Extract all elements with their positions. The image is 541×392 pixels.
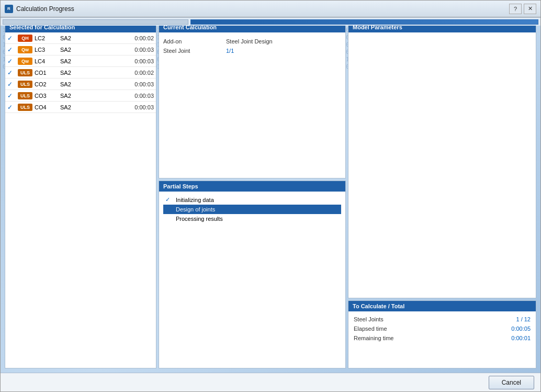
stats-panel-content: Steel Joints 1 / 12 Elapsed time 0:00:05… bbox=[348, 311, 536, 368]
stats-joints-value: 1 / 12 bbox=[516, 316, 531, 322]
time-co4: 0:00:03 bbox=[81, 104, 154, 110]
check-lc4: ✓ bbox=[7, 58, 16, 65]
stats-panel-header: To Calculate / Total bbox=[348, 301, 536, 311]
partial-steps-panel: Partial Steps ✓ Initializing data Design… bbox=[159, 181, 346, 368]
sa-co2: SA2 bbox=[60, 81, 78, 87]
calculation-progress-window: R Calculation Progress ? ✕ 1100000100101… bbox=[0, 0, 541, 392]
steel-joint-row: Steel Joint 1/1 bbox=[163, 46, 341, 55]
calc-row-lc2[interactable]: ✓ QH LC2 SA2 0:00:02 bbox=[5, 32, 156, 44]
badge-co2: ULS bbox=[18, 81, 32, 88]
name-lc3: LC3 bbox=[35, 47, 58, 53]
stats-remaining-label: Remaining time bbox=[354, 335, 511, 341]
close-button[interactable]: ✕ bbox=[524, 4, 536, 14]
left-panel: Selected for Calculation ✓ QH LC2 SA2 0:… bbox=[5, 21, 156, 368]
stats-content: Steel Joints 1 / 12 Elapsed time 0:00:05… bbox=[348, 311, 536, 346]
bottom-progress-bar bbox=[1, 17, 540, 26]
current-calc-panel: Current Calculation Add-on Steel Joint D… bbox=[159, 21, 346, 178]
right-column: Model Parameters To Calculate / Total St… bbox=[348, 21, 536, 368]
addon-value: Steel Joint Design bbox=[226, 38, 273, 44]
name-lc4: LC4 bbox=[35, 58, 58, 64]
sa-co4: SA2 bbox=[60, 104, 78, 110]
current-panel-content: Add-on Steel Joint Design Steel Joint 1/… bbox=[159, 32, 345, 178]
check-co3: ✓ bbox=[7, 92, 16, 99]
time-co2: 0:00:03 bbox=[81, 81, 154, 87]
model-params-panel: Model Parameters bbox=[348, 21, 536, 298]
sa-co1: SA2 bbox=[60, 70, 78, 76]
stats-elapsed-label: Elapsed time bbox=[354, 326, 511, 332]
calc-row-co2[interactable]: ✓ ULS CO2 SA2 0:00:03 bbox=[5, 79, 156, 90]
app-icon: R bbox=[5, 5, 13, 13]
check-co4: ✓ bbox=[7, 104, 16, 111]
partial-steps-list: ✓ Initializing data Design of joints Pro… bbox=[159, 192, 345, 227]
step-design: Design of joints bbox=[163, 205, 341, 214]
badge-co4: ULS bbox=[18, 104, 32, 111]
current-info-table: Add-on Steel Joint Design Steel Joint 1/… bbox=[159, 32, 345, 60]
badge-lc3: Qw bbox=[18, 46, 32, 53]
step-init-label: Initializing data bbox=[176, 197, 214, 203]
sa-lc3: SA2 bbox=[60, 47, 78, 53]
calc-row-co1[interactable]: ✓ ULS CO1 SA2 0:00:02 bbox=[5, 67, 156, 79]
bottom-progress-right bbox=[190, 19, 538, 25]
name-co3: CO3 bbox=[35, 93, 58, 99]
calc-row-lc3[interactable]: ✓ Qw LC3 SA2 0:00:03 bbox=[5, 44, 156, 55]
stats-steel-joints: Steel Joints 1 / 12 bbox=[354, 315, 531, 324]
time-lc2: 0:00:02 bbox=[81, 35, 154, 41]
stats-elapsed: Elapsed time 0:00:05 bbox=[354, 324, 531, 333]
badge-lc2: QH bbox=[18, 35, 32, 42]
calculation-list[interactable]: ✓ QH LC2 SA2 0:00:02 ✓ Qw LC3 SA2 0:00:0… bbox=[5, 32, 156, 368]
calc-row-lc4[interactable]: ✓ Qw LC4 SA2 0:00:03 bbox=[5, 55, 156, 67]
steel-joint-label: Steel Joint bbox=[163, 48, 226, 54]
help-button[interactable]: ? bbox=[509, 4, 522, 14]
step-process-label: Processing results bbox=[176, 216, 223, 222]
bottom-progress-left bbox=[3, 19, 188, 25]
badge-co3: ULS bbox=[18, 92, 32, 99]
main-content: 1100000100101010111010110001000111001010… bbox=[1, 17, 540, 373]
time-lc3: 0:00:03 bbox=[81, 47, 154, 53]
button-bar: Cancel bbox=[1, 373, 540, 391]
check-co2: ✓ bbox=[7, 81, 16, 88]
partial-panel-content: ✓ Initializing data Design of joints Pro… bbox=[159, 192, 345, 368]
window-title: Calculation Progress bbox=[16, 5, 509, 13]
step-process: Processing results bbox=[163, 214, 341, 223]
time-lc4: 0:00:03 bbox=[81, 58, 154, 64]
stats-remaining-value: 0:00:01 bbox=[511, 335, 531, 341]
title-bar: R Calculation Progress ? ✕ bbox=[1, 1, 540, 17]
name-lc2: LC2 bbox=[35, 35, 58, 41]
stats-panel: To Calculate / Total Steel Joints 1 / 12… bbox=[348, 300, 536, 368]
addon-row: Add-on Steel Joint Design bbox=[163, 37, 341, 46]
step-init: ✓ Initializing data bbox=[163, 195, 341, 205]
left-panel-content: ✓ QH LC2 SA2 0:00:02 ✓ Qw LC3 SA2 0:00:0… bbox=[5, 32, 156, 368]
steel-joint-value: 1/1 bbox=[226, 48, 234, 54]
name-co4: CO4 bbox=[35, 104, 58, 110]
stats-elapsed-value: 0:00:05 bbox=[511, 326, 531, 332]
sa-lc4: SA2 bbox=[60, 58, 78, 64]
cancel-button[interactable]: Cancel bbox=[489, 376, 534, 389]
step-init-check: ✓ bbox=[165, 196, 173, 203]
middle-column: Current Calculation Add-on Steel Joint D… bbox=[159, 21, 346, 368]
stats-joints-label: Steel Joints bbox=[354, 316, 516, 322]
name-co2: CO2 bbox=[35, 81, 58, 87]
title-buttons: ? ✕ bbox=[509, 4, 536, 14]
calc-row-co3[interactable]: ✓ ULS CO3 SA2 0:00:03 bbox=[5, 90, 156, 102]
calc-row-co4[interactable]: ✓ ULS CO4 SA2 0:00:03 bbox=[5, 102, 156, 113]
addon-label: Add-on bbox=[163, 38, 226, 44]
check-lc3: ✓ bbox=[7, 46, 16, 53]
panels-container: Selected for Calculation ✓ QH LC2 SA2 0:… bbox=[5, 21, 536, 368]
sa-co3: SA2 bbox=[60, 93, 78, 99]
check-co1: ✓ bbox=[7, 69, 16, 76]
check-lc2: ✓ bbox=[7, 35, 16, 42]
sa-lc2: SA2 bbox=[60, 35, 78, 41]
partial-panel-header: Partial Steps bbox=[159, 181, 345, 192]
badge-lc4: Qw bbox=[18, 58, 32, 65]
badge-co1: ULS bbox=[18, 69, 32, 76]
model-panel-content bbox=[348, 32, 536, 298]
time-co3: 0:00:03 bbox=[81, 93, 154, 99]
stats-remaining: Remaining time 0:00:01 bbox=[354, 333, 531, 343]
name-co1: CO1 bbox=[35, 70, 58, 76]
time-co1: 0:00:02 bbox=[81, 70, 154, 76]
step-design-label: Design of joints bbox=[176, 206, 215, 212]
